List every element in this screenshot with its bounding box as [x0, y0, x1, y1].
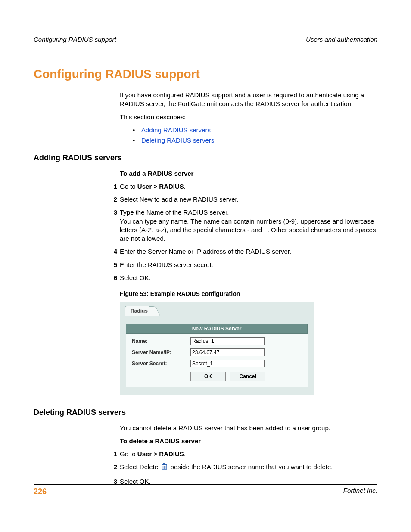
- section-adding-heading: Adding RADIUS servers: [34, 152, 377, 163]
- label-secret: Server Secret:: [132, 360, 190, 367]
- step-item: Enter the RADIUS server secret.: [34, 261, 377, 269]
- figure-caption: Figure 53: Example RADIUS configuration: [120, 290, 377, 298]
- label-server: Server Name/IP:: [132, 349, 190, 356]
- ok-button[interactable]: OK: [190, 372, 226, 381]
- panel-title: New RADIUS Server: [126, 324, 308, 334]
- intro-paragraph-1: If you have configured RADIUS support an…: [120, 91, 377, 109]
- figure-radius-config: Radius New RADIUS Server Name: Server Na…: [120, 302, 314, 395]
- proc-title-delete: To delete a RADIUS server: [120, 437, 377, 445]
- input-name[interactable]: [190, 337, 265, 345]
- page-number: 226: [34, 486, 47, 497]
- input-secret[interactable]: [190, 360, 265, 367]
- trash-icon: [161, 463, 168, 473]
- page-title: Configuring RADIUS support: [34, 66, 377, 82]
- section-deleting-heading: Deleting RADIUS servers: [34, 407, 377, 417]
- step-item: Enter the Server Name or IP address of t…: [34, 247, 377, 256]
- cancel-button[interactable]: Cancel: [230, 372, 265, 381]
- label-name: Name:: [132, 338, 190, 345]
- step-item: Type the Name of the RADIUS server. You …: [34, 208, 377, 243]
- input-server[interactable]: [190, 348, 265, 356]
- intro-paragraph-2: This section describes:: [120, 113, 377, 121]
- step-item: Select OK.: [34, 274, 377, 282]
- step-item: Go to User > RADIUS.: [34, 450, 377, 458]
- running-head-right: Users and authentication: [306, 35, 377, 44]
- step-item: Go to User > RADIUS.: [34, 182, 377, 191]
- svg-rect-5: [163, 463, 165, 464]
- link-deleting-radius[interactable]: Deleting RADIUS servers: [141, 137, 214, 144]
- running-head-left: Configuring RADIUS support: [34, 35, 116, 44]
- deleting-intro: You cannot delete a RADIUS server that h…: [120, 424, 377, 432]
- svg-rect-4: [162, 464, 167, 465]
- company-name: Fortinet Inc.: [343, 486, 377, 497]
- bullet-item: Deleting RADIUS servers: [120, 136, 377, 145]
- proc-title-add: To add a RADIUS server: [120, 169, 377, 178]
- link-adding-radius[interactable]: Adding RADIUS servers: [141, 126, 211, 134]
- bullet-item: Adding RADIUS servers: [120, 126, 377, 134]
- step-item: Select Delete beside the RADIUS server n…: [34, 463, 377, 473]
- tab-radius[interactable]: Radius: [125, 306, 154, 316]
- step-item: Select New to add a new RADIUS server.: [34, 195, 377, 204]
